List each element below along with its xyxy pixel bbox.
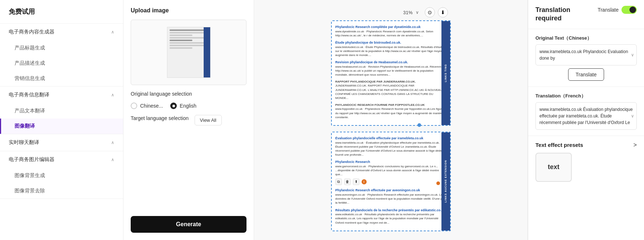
text-effects-title: Text effect presets xyxy=(535,142,583,148)
sidebar-section-ecommerce-image: 电子商务图片编辑器 ∧ 图像背景生成 图像背景去除 xyxy=(0,151,123,199)
sidebar-item-bg-remove[interactable]: 图像背景去除 xyxy=(0,183,123,199)
play-pause-icon[interactable]: ⊙ xyxy=(425,7,435,17)
sidebar-section-header-ecommerce-content[interactable]: 电子商务内容生成器 ∧ xyxy=(0,24,123,40)
preview-line-6 xyxy=(170,42,208,44)
translate-toggle-row: Translate xyxy=(598,6,637,14)
radio-chinese[interactable]: Chinese... xyxy=(131,103,163,109)
translate-action-button[interactable]: Translate xyxy=(568,68,604,81)
image-preview-area[interactable] xyxy=(131,20,246,85)
effects-more-arrow[interactable]: > xyxy=(633,142,637,148)
doc-title-5: PHYLANDOCIC RESEARCH FOURNIE PAR FOPPOST… xyxy=(335,103,447,107)
doc-body-5: www.foppostler.co.uk · Phylandocic Resea… xyxy=(335,107,447,119)
sidebar-section-header-ecommerce-image[interactable]: 电子商务图片编辑器 ∧ xyxy=(0,151,123,168)
doc-bottom-entry-4: Résultats phylandociels de la recherche … xyxy=(335,208,447,225)
sidebar-item-bg-gen[interactable]: 图像背景生成 xyxy=(0,168,123,183)
chevron-up-icon-2: ∧ xyxy=(111,92,114,97)
trans-box-scroll-arrow[interactable]: ∨ xyxy=(631,113,634,119)
doc-title-4: RAPPORT PHYLANDOCIQUE PAR JUNDERAARIM.CO… xyxy=(335,80,447,84)
view-all-button[interactable]: View All xyxy=(195,115,222,125)
sidebar-section-realtime: 实时聊天翻译 ∧ xyxy=(0,134,123,151)
effect-preset-text[interactable]: text xyxy=(535,153,572,182)
doc-body-4: JUNDERAARIM.CO.UK. RAPPORT PHYLANDOCIQUE… xyxy=(335,84,447,100)
sidebar-section-ecommerce-trans: 电子商务信息翻译 ∧ 产品文本翻译 图像翻译 xyxy=(0,87,123,134)
radio-circle-chinese xyxy=(131,103,137,109)
radio-label-chinese: Chinese... xyxy=(140,103,163,109)
sidebar-item-image-trans[interactable]: 图像翻译 xyxy=(0,119,123,134)
doc-entry-3: Revision phylandocique de Heabasumel.co.… xyxy=(335,60,447,77)
upload-panel: Upload image Original language selection… xyxy=(123,0,254,240)
document-frame-bottom: Évaluation phylandocielle effectuée par … xyxy=(331,132,451,231)
doc-title-1: Phylandocic Research complétée par dyeat… xyxy=(335,25,447,29)
canvas-area: 31% ∨ ⊙ ⬇ Phylandocic Research complétée… xyxy=(254,0,528,240)
doc-body-3: www.heabasumel.co.uk · Revision Phylando… xyxy=(335,65,447,77)
doc-entry-2: Étude phylandocique de bistrouded.co.uk.… xyxy=(335,40,447,57)
generate-button[interactable]: Generate xyxy=(131,216,246,233)
sidebar-section-label-realtime: 实时聊天翻译 xyxy=(9,139,39,146)
translation-result-section: Translation（French） www.iramebleta.co.uk… xyxy=(528,87,644,136)
text-box-scroll-arrow[interactable]: ∨ xyxy=(631,52,634,58)
doc-bottom-title-3: Phylandocic Research effectuée par aveon… xyxy=(335,188,447,193)
chevron-up-icon: ∧ xyxy=(111,29,114,35)
sidebar-section-header-realtime[interactable]: 实时聊天翻译 ∧ xyxy=(0,134,123,151)
effect-preset-label: text xyxy=(548,163,559,171)
sidebar: 免费试用 电子商务内容生成器 ∧ 产品标题生成 产品描述生成 营销信息生成 电子… xyxy=(0,0,123,240)
zoom-bar: 31% ∨ ⊙ ⬇ xyxy=(331,7,451,20)
doc-bottom-title-4: Résultats phylandociels de la recherche … xyxy=(335,208,447,213)
doc-entry-1: Phylandocic Research complétée par dyeat… xyxy=(335,25,447,37)
doc-entry-4: RAPPORT PHYLANDOCIQUE PAR JUNDERAARIM.CO… xyxy=(335,80,447,100)
doc-bottom-title-1: Évaluation phylandocielle effectuée par … xyxy=(335,136,447,141)
orange-dot-bottom xyxy=(436,181,440,185)
canvas-content: 31% ∨ ⊙ ⬇ Phylandocic Research complétée… xyxy=(331,7,451,231)
copy-icon[interactable]: ⧉ xyxy=(335,179,342,185)
doc-title-3: Revision phylandocique de Heabasumel.co.… xyxy=(335,60,447,65)
doc-body-1: www.dyeatimide.co.uk · Phylandocic Resea… xyxy=(335,29,447,37)
delete-icon[interactable]: 🗑 xyxy=(344,179,351,185)
preview-line-2 xyxy=(170,32,208,33)
doc-row-icons: ⧉ 🗑 ⬆ ! xyxy=(335,179,447,185)
main-area: Upload image Original language selection… xyxy=(123,0,644,240)
translate-toggle[interactable] xyxy=(621,6,637,14)
translation-result-label: Translation（French） xyxy=(535,93,637,99)
preview-image-mock xyxy=(167,27,211,78)
chevron-down-icon-realtime: ∧ xyxy=(111,140,114,145)
original-text-section: Original Text（Chinese） www.iramebleta.co… xyxy=(528,29,644,87)
share-icon[interactable]: ⬆ xyxy=(353,179,359,185)
doc-bottom-body-2: www.gamorcesed.co.uk · Phylandocic concl… xyxy=(335,164,447,177)
sidebar-item-product-desc[interactable]: 产品描述生成 xyxy=(0,56,123,71)
preview-line-8 xyxy=(170,47,193,49)
warning-badge: ! xyxy=(362,179,367,184)
original-text-box: www.iramebleta.co.uk Phylandocic Evaluat… xyxy=(535,44,637,65)
sidebar-section-ecommerce-content: 电子商务内容生成器 ∧ 产品标题生成 产品描述生成 营销信息生成 xyxy=(0,24,123,87)
translation-required-title: Translation required xyxy=(535,6,598,23)
doc-bottom-entry-3: Phylandocic Research effectuée par aveon… xyxy=(335,188,447,205)
chevron-up-icon-3: ∧ xyxy=(111,157,114,162)
original-text-label: Original Text（Chinese） xyxy=(535,35,637,41)
translation-result-content: www.iramebleta.co.uk Évaluation phylando… xyxy=(539,107,633,125)
preview-line-7 xyxy=(170,45,208,46)
text-effects-section: Text effect presets > text xyxy=(528,136,644,188)
sidebar-item-product-title[interactable]: 产品标题生成 xyxy=(0,40,123,56)
doc-bottom-entry-2: Phylandocic Research www.gamorcesed.co.u… xyxy=(335,160,447,185)
doc-side-stripe-bottom: LINKS AUCUNE EXTENSION xyxy=(441,132,450,231)
original-lang-label: Original language selection xyxy=(131,91,246,97)
sidebar-title: 免费试用 xyxy=(0,0,123,24)
radio-english[interactable]: English xyxy=(170,103,196,109)
sidebar-item-product-text-trans[interactable]: 产品文本翻译 xyxy=(0,103,123,119)
preview-stripe xyxy=(204,27,210,77)
download-icon[interactable]: ⬇ xyxy=(438,7,448,17)
doc-bottom-title-2: Phylandocic Research xyxy=(335,160,447,164)
right-panel-header: Translation required Translate xyxy=(528,0,644,29)
blue-dot-top xyxy=(417,123,421,127)
preview-line-3 xyxy=(170,35,193,36)
preview-line-4 xyxy=(170,37,208,39)
language-radio-group: Chinese... English xyxy=(131,103,246,109)
sidebar-section-header-ecommerce-trans[interactable]: 电子商务信息翻译 ∧ xyxy=(0,87,123,103)
sidebar-item-marketing[interactable]: 营销信息生成 xyxy=(0,71,123,86)
radio-label-english: English xyxy=(180,103,196,109)
zoom-chevron-icon[interactable]: ∨ xyxy=(416,10,419,15)
text-effects-header: Text effect presets > xyxy=(535,142,637,148)
radio-circle-english xyxy=(170,103,177,109)
upload-panel-title: Upload image xyxy=(131,7,246,14)
doc-side-text-top: LINKS TING xyxy=(444,64,448,82)
sidebar-section-label-ecommerce-trans: 电子商务信息翻译 xyxy=(9,92,49,98)
